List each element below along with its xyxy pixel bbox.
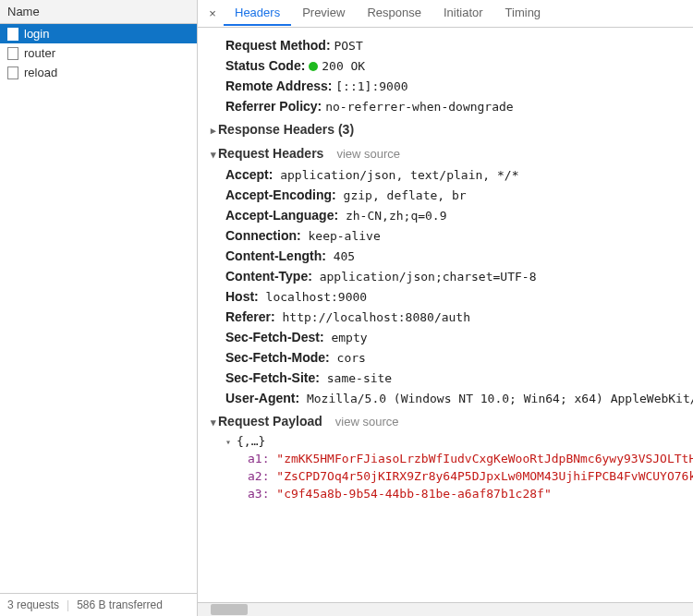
document-icon [7, 66, 18, 79]
payload-value: "ZsCPD7Oq4r50jKIRX9Zr8y64P5DJpxLw0MOM43U… [269, 469, 693, 483]
tab-preview[interactable]: Preview [291, 1, 356, 26]
header-value: 200 OK [322, 59, 365, 73]
header-row: Request Method: POST [198, 35, 693, 55]
requests-count: 3 requests [7, 598, 59, 611]
request-list: loginrouterreload [0, 24, 197, 593]
header-key: Accept: [225, 167, 273, 182]
header-key: Sec-Fetch-Site: [225, 370, 320, 385]
header-key: Sec-Fetch-Mode: [225, 350, 330, 365]
scrollbar-thumb[interactable] [211, 604, 248, 615]
request-row[interactable]: router [0, 43, 197, 63]
tab-bar: × HeadersPreviewResponseInitiatorTiming [198, 0, 693, 28]
payload-body: {,…} a1: "zmKK5HMForFJiasoLrzbWfIudvCxgK… [198, 432, 693, 502]
request-name: router [24, 46, 55, 60]
header-key: Accept-Language: [225, 208, 338, 223]
header-key: Sec-Fetch-Dest: [225, 330, 324, 344]
header-value: http://localhost:8080/auth [275, 310, 470, 324]
header-value: POST [334, 39, 362, 53]
transferred-size: 586 B transferred [77, 598, 163, 611]
header-key: Content-Type: [225, 269, 312, 284]
header-value: Mozilla/5.0 (Windows NT 10.0; Win64; x64… [299, 392, 693, 405]
header-row: Remote Address: [::1]:9000 [198, 76, 693, 96]
header-value: empty [324, 331, 368, 344]
json-root-toggle[interactable]: {,…} [225, 432, 693, 450]
header-row: Host: localhost:9000 [198, 286, 693, 307]
payload-value: "c9f45a8b-9b54-44bb-81be-a6af87b1c28f" [269, 487, 551, 501]
close-icon[interactable]: × [201, 6, 224, 20]
header-key: Status Code: [225, 58, 305, 73]
header-key: Accept-Encoding: [225, 187, 336, 202]
header-value: [::1]:9000 [335, 79, 407, 93]
header-key: Request Method: [225, 38, 331, 53]
request-name: reload [24, 66, 57, 79]
tab-response[interactable]: Response [356, 1, 432, 26]
header-key: Content-Length: [225, 248, 326, 263]
separator: | [67, 598, 69, 611]
header-key: Referer: [225, 309, 275, 324]
request-row[interactable]: reload [0, 63, 197, 82]
header-value: no-referrer-when-downgrade [325, 100, 514, 114]
payload-row: a3: "c9f45a8b-9b54-44bb-81be-a6af87b1c28… [225, 485, 693, 502]
payload-key: a3: [248, 487, 269, 501]
header-value: cors [330, 351, 366, 365]
horizontal-scrollbar[interactable] [198, 602, 693, 616]
request-row[interactable]: login [0, 24, 197, 43]
header-row: Referrer Policy: no-referrer-when-downgr… [198, 96, 693, 116]
payload-row: a1: "zmKK5HMForFJiasoLrzbWfIudvCxgKeWooR… [225, 450, 693, 467]
header-value: application/json, text/plain, */* [273, 168, 518, 182]
response-headers-section[interactable]: Response Headers (3) [198, 116, 693, 140]
header-row: Connection: keep-alive [198, 225, 693, 246]
view-source-link[interactable]: view source [335, 415, 399, 429]
tab-initiator[interactable]: Initiator [432, 1, 494, 26]
payload-key: a1: [248, 452, 269, 465]
status-bar: 3 requests | 586 B transferred [0, 593, 197, 616]
header-row: Referer: http://localhost:8080/auth [198, 307, 693, 327]
header-value: same-site [320, 371, 392, 385]
document-icon [7, 28, 18, 41]
header-value: application/json;charset=UTF-8 [312, 270, 537, 284]
request-name: login [24, 27, 49, 41]
header-value: zh-CN,zh;q=0.9 [338, 209, 446, 223]
header-key: Remote Address: [225, 79, 332, 93]
header-row: Content-Length: 405 [198, 246, 693, 266]
header-row: Sec-Fetch-Site: same-site [198, 368, 693, 388]
header-key: Host: [225, 289, 259, 304]
header-row: Accept-Language: zh-CN,zh;q=0.9 [198, 205, 693, 225]
details-panel: × HeadersPreviewResponseInitiatorTiming … [198, 0, 693, 616]
status-dot-icon [309, 62, 318, 71]
header-value: keep-alive [301, 229, 381, 243]
header-value: gzip, deflate, br [336, 188, 467, 202]
header-row: Accept: application/json, text/plain, */… [198, 164, 693, 185]
header-value: localhost:9000 [259, 290, 367, 304]
header-row: Sec-Fetch-Mode: cors [198, 347, 693, 368]
headers-pane[interactable]: Request Method: POSTStatus Code: 200 OKR… [198, 28, 693, 602]
header-row: Content-Type: application/json;charset=U… [198, 266, 693, 286]
tab-headers[interactable]: Headers [224, 1, 291, 26]
header-row: Sec-Fetch-Dest: empty [198, 327, 693, 347]
request-payload-section[interactable]: Request Payloadview source [198, 408, 693, 432]
view-source-link[interactable]: view source [336, 147, 400, 161]
request-list-panel: Name loginrouterreload 3 requests | 586 … [0, 0, 198, 616]
document-icon [7, 47, 18, 60]
payload-row: a2: "ZsCPD7Oq4r50jKIRX9Zr8y64P5DJpxLw0MO… [225, 467, 693, 485]
header-value: 405 [326, 249, 355, 263]
header-row: Status Code: 200 OK [198, 55, 693, 76]
header-row: User-Agent: Mozilla/5.0 (Windows NT 10.0… [198, 388, 693, 408]
tab-timing[interactable]: Timing [494, 1, 553, 26]
header-row: Accept-Encoding: gzip, deflate, br [198, 185, 693, 205]
header-key: Referrer Policy: [225, 99, 322, 114]
header-key: Connection: [225, 228, 301, 243]
header-key: User-Agent: [225, 391, 299, 405]
request-headers-section[interactable]: Request Headersview source [198, 140, 693, 164]
payload-value: "zmKK5HMForFJiasoLrzbWfIudvCxgKeWooRtJdp… [269, 452, 693, 465]
payload-key: a2: [248, 469, 269, 483]
name-column-header[interactable]: Name [0, 0, 197, 24]
